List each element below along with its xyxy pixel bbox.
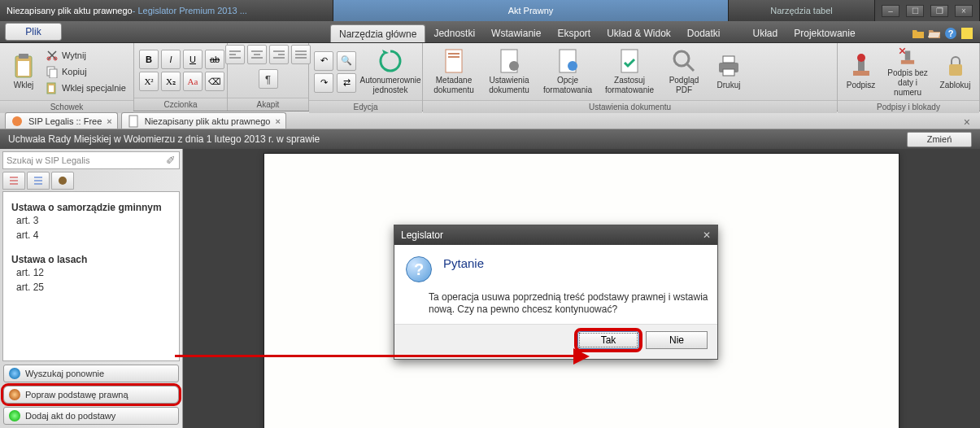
fix-basis-button[interactable]: Popraw podstawę prawną [3, 386, 179, 404]
outline-art-12[interactable]: art. 12 [11, 265, 171, 280]
paste-special-icon [46, 81, 59, 94]
tab-design[interactable]: Projektowanie [786, 24, 863, 42]
copy-button[interactable]: Kopiuj [46, 63, 126, 80]
add-act-label: Dodaj akt do podstawy [25, 411, 115, 421]
tab-layout[interactable]: Układ [745, 24, 786, 42]
underline-button[interactable]: U [183, 50, 203, 69]
sign-label: Podpisz [847, 81, 876, 90]
group-clipboard-label: Schowek [0, 100, 133, 113]
outline-art-25[interactable]: art. 25 [11, 280, 171, 295]
clear-format-button[interactable]: ⌫ [205, 72, 224, 91]
folder-open-icon[interactable] [928, 27, 941, 40]
file-menu-button[interactable]: Plik [5, 23, 62, 41]
sign-nodate-label: Podpis bez daty i numeru [885, 68, 930, 98]
search-input[interactable]: Szukaj w SIP Legalis ✐ [2, 151, 180, 169]
print-button[interactable]: Drukuj [709, 45, 748, 98]
search-placeholder: Szukaj w SIP Legalis [7, 155, 90, 165]
find-button[interactable]: 🔍 [337, 51, 356, 71]
minitab-1[interactable] [2, 172, 25, 190]
pdfpreview-button[interactable]: Podgląd PDF [662, 45, 706, 98]
font-color-button[interactable]: Aa [183, 72, 203, 91]
tab-units[interactable]: Jednostki [425, 24, 483, 42]
redo-button[interactable]: ↷ [314, 73, 333, 93]
paste-special-button[interactable]: Wklej specjalnie [46, 80, 126, 96]
pilcrow-button[interactable]: ¶ [259, 69, 278, 89]
align-center-button[interactable] [247, 45, 267, 64]
bold-button[interactable]: B [139, 50, 159, 69]
svg-rect-9 [50, 69, 57, 78]
paste-special-label: Wklej specjalnie [62, 83, 126, 93]
tab-addons[interactable]: Dodatki [679, 24, 729, 42]
tab-export[interactable]: Eksport [549, 24, 599, 42]
restore-button[interactable]: ❐ [930, 5, 948, 17]
folder-icon[interactable] [912, 27, 925, 40]
fix-dot-icon [9, 389, 20, 400]
dialog-titlebar[interactable]: Legislator ✕ [394, 225, 717, 245]
tab-layoutview[interactable]: Układ & Widok [599, 24, 679, 42]
tab-insert[interactable]: Wstawianie [483, 24, 549, 42]
close-button[interactable]: × [955, 5, 973, 17]
scissors-icon [46, 49, 59, 62]
minimize-button[interactable]: – [882, 5, 899, 17]
tab-main[interactable]: Narzędzia główne [330, 24, 425, 42]
autonumber-button[interactable]: Autonumerownie jednostek [359, 45, 421, 98]
italic-button[interactable]: I [161, 50, 181, 69]
doctab-sip[interactable]: SIP Legalis :: Free × [5, 112, 118, 129]
add-act-button[interactable]: Dodaj akt do podstawy [3, 407, 179, 425]
lock-button[interactable]: Zablokuj [936, 45, 974, 98]
note-icon[interactable] [960, 27, 973, 40]
outline-art-4[interactable]: art. 4 [11, 228, 171, 242]
search-again-label: Wyszukaj ponownie [25, 369, 104, 378]
group-paragraph-label: Akapit [228, 98, 308, 111]
doctabs-close-all[interactable]: × [959, 116, 975, 129]
superscript-button[interactable]: X² [139, 72, 159, 91]
metadata-button[interactable]: Metadane dokumentu [428, 45, 480, 98]
document-tabs: SIP Legalis :: Free × Niezapisany plik a… [0, 111, 980, 129]
minitab-2[interactable] [27, 172, 50, 190]
align-right-button[interactable] [269, 45, 289, 64]
svg-rect-31 [129, 116, 137, 127]
outline-art-3[interactable]: art. 3 [11, 213, 171, 228]
svg-rect-23 [723, 69, 734, 76]
contextual-tab-title-1: Akt Prawny [333, 0, 729, 21]
tab-layout-label: Układ [753, 28, 778, 39]
applyfmt-button[interactable]: Zastosuj formatowanie [600, 45, 659, 98]
lock-label: Zablokuj [940, 81, 971, 90]
tab-layoutview-label: Układ & Widok [607, 28, 671, 39]
maximize-button[interactable]: ☐ [906, 5, 924, 17]
undo-button[interactable]: ↶ [314, 51, 333, 71]
change-button[interactable]: Zmień [907, 132, 972, 147]
document-title: Uchwała Rady Miejskiej w Wołomierzu z dn… [8, 133, 320, 145]
document-options-icon [555, 48, 581, 74]
search-again-button[interactable]: Wyszukaj ponownie [3, 365, 179, 382]
eraser-icon[interactable]: ✐ [166, 154, 176, 167]
align-justify-button[interactable] [291, 45, 311, 64]
confirm-dialog: Legislator ✕ ? Pytanie Ta operacja usuwa… [394, 225, 718, 360]
doctab-unsaved[interactable]: Niezapisany plik aktu prawnego × [121, 112, 286, 129]
subscript-button[interactable]: X₂ [161, 72, 181, 91]
window-title: Niezapisany plik aktu prawnego - Legisla… [0, 0, 333, 21]
dialog-no-button[interactable]: Nie [646, 331, 708, 349]
fmtopts-button[interactable]: Opcje formatowania [538, 45, 597, 98]
paste-button[interactable]: Wklej [5, 45, 42, 98]
doctab-sip-close[interactable]: × [107, 116, 111, 126]
strike-button[interactable]: ab [205, 50, 224, 69]
svg-point-16 [509, 61, 519, 71]
replace-button[interactable]: ⇄ [337, 73, 356, 93]
doctab-unsaved-close[interactable]: × [275, 116, 280, 126]
help-icon[interactable]: ? [944, 27, 957, 40]
sidebar-minitabs [0, 172, 182, 191]
sign-button[interactable]: Podpisz [843, 45, 879, 98]
doctab-unsaved-label: Niezapisany plik aktu prawnego [145, 116, 271, 126]
sign-nodate-button[interactable]: Podpis bez daty i numeru [882, 45, 933, 98]
metadata-label: Metadane dokumentu [430, 76, 477, 95]
tab-units-label: Jednostki [433, 28, 475, 39]
dialog-yes-button[interactable]: Tak [577, 331, 639, 349]
cut-button[interactable]: Wytnij [46, 47, 126, 63]
align-left-button[interactable] [225, 45, 245, 64]
minitab-3[interactable] [51, 172, 74, 190]
svg-point-20 [674, 51, 689, 66]
docsettings-button[interactable]: Ustawienia dokumentu [483, 45, 535, 98]
dialog-close-button[interactable]: ✕ [703, 229, 711, 241]
sidebar: Szukaj w SIP Legalis ✐ Ustawa o samorząd… [0, 149, 183, 428]
